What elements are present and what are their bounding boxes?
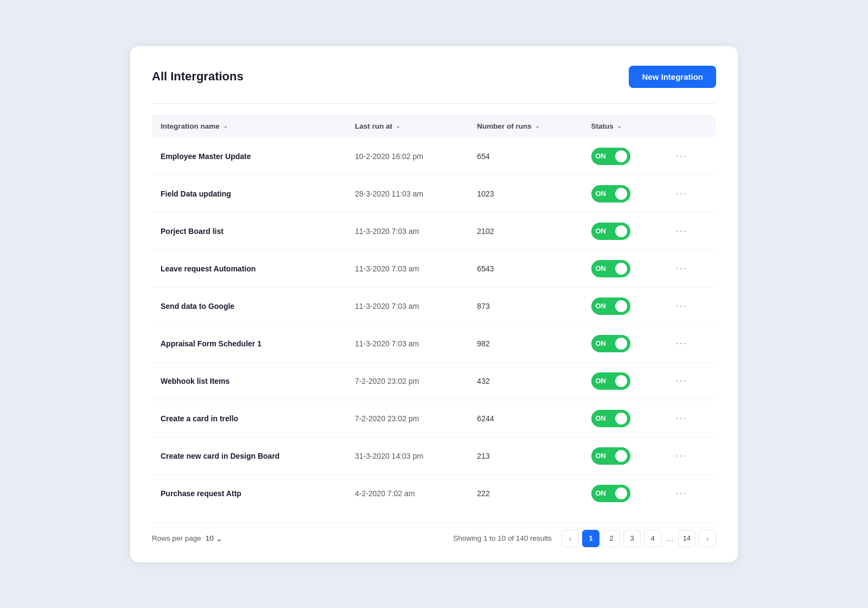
cell-status: ON: [583, 437, 663, 474]
more-options-button[interactable]: ···: [672, 148, 692, 164]
toggle-knob: [615, 263, 627, 275]
more-options-button[interactable]: ···: [672, 261, 692, 276]
toggle-label: ON: [596, 302, 607, 310]
cell-name: Webhook list Items: [152, 362, 346, 400]
more-options-button[interactable]: ···: [672, 373, 692, 389]
cell-more: ···: [663, 138, 716, 175]
col-num-runs: Number of runs ⌄: [468, 115, 582, 138]
col-name-chevron[interactable]: ⌄: [223, 123, 228, 130]
more-options-button[interactable]: ···: [672, 335, 692, 351]
last-run-value: 7-2-2020 23:02 pm: [355, 377, 419, 385]
more-options-button[interactable]: ···: [672, 223, 692, 239]
cell-more: ···: [663, 250, 716, 287]
cell-more: ···: [663, 474, 716, 512]
cell-name: Purchase request Attp: [152, 474, 346, 512]
integration-name: Webhook list Items: [161, 377, 229, 385]
col-last-run: Last run at ⌄: [346, 115, 468, 138]
more-options-button[interactable]: ···: [672, 186, 692, 201]
col-status-chevron[interactable]: ⌄: [617, 123, 622, 130]
integration-name: Field Data updating: [161, 189, 231, 198]
status-toggle[interactable]: ON: [591, 223, 630, 240]
status-toggle[interactable]: ON: [591, 148, 630, 165]
cell-last-run: 11-3-2020 7:03 am: [346, 212, 468, 250]
table-row: Employee Master Update 10-2-2020 16:02 p…: [152, 138, 716, 175]
status-toggle[interactable]: ON: [591, 335, 630, 352]
status-toggle[interactable]: ON: [591, 260, 630, 277]
cell-more: ···: [663, 325, 716, 362]
more-options-button[interactable]: ···: [672, 448, 692, 464]
toggle-knob: [615, 150, 627, 162]
pagination-info: Showing 1 to 10 of 140 results: [453, 534, 552, 542]
cell-num-runs: 654: [468, 138, 582, 175]
page-3-button[interactable]: 3: [623, 530, 641, 547]
cell-name: Appraisal Form Scheduler 1: [152, 325, 346, 362]
cell-status: ON: [583, 287, 663, 325]
table-row: Send data to Google 11-3-2020 7:03 am 87…: [152, 287, 716, 325]
more-options-button[interactable]: ···: [672, 298, 692, 314]
cell-name: Create a card in trello: [152, 400, 346, 437]
rows-per-page-chevron: ⌄: [216, 534, 222, 543]
cell-last-run: 11-3-2020 7:03 am: [346, 325, 468, 362]
last-run-value: 11-3-2020 7:03 am: [355, 227, 419, 236]
cell-last-run: 31-3-2020 14:03 pm: [346, 437, 468, 474]
page-1-button[interactable]: 1: [582, 530, 599, 547]
next-page-button[interactable]: ›: [699, 530, 716, 547]
pagination: Showing 1 to 10 of 140 results ‹ 1 2 3 4…: [453, 530, 716, 547]
col-last-run-chevron[interactable]: ⌄: [395, 123, 400, 130]
more-options-button[interactable]: ···: [672, 410, 692, 426]
cell-num-runs: 213: [468, 437, 582, 474]
num-runs-value: 982: [477, 339, 489, 348]
cell-more: ···: [663, 212, 716, 250]
num-runs-value: 213: [477, 452, 489, 460]
table-row: Field Data updating 28-3-2020 11:03 am 1…: [152, 175, 716, 212]
status-toggle[interactable]: ON: [591, 485, 630, 502]
toggle-label: ON: [596, 414, 607, 422]
main-card: All Intergrations New Integration Integr…: [130, 46, 738, 562]
toggle-label: ON: [596, 377, 607, 385]
table-row: Leave request Automation 11-3-2020 7:03 …: [152, 250, 716, 287]
table-row: Webhook list Items 7-2-2020 23:02 pm 432…: [152, 362, 716, 400]
toggle-label: ON: [596, 189, 607, 198]
status-toggle[interactable]: ON: [591, 297, 630, 315]
prev-page-button[interactable]: ‹: [561, 530, 579, 547]
num-runs-value: 6543: [477, 264, 494, 273]
status-toggle[interactable]: ON: [591, 185, 630, 202]
integration-name: Appraisal Form Scheduler 1: [161, 339, 261, 348]
cell-name: Porject Board list: [152, 212, 346, 250]
cell-status: ON: [583, 474, 663, 512]
num-runs-value: 1023: [477, 189, 494, 198]
cell-more: ···: [663, 362, 716, 400]
table-row: Create a card in trello 7-2-2020 23:02 p…: [152, 400, 716, 437]
rows-per-page-label: Rows per page: [152, 534, 201, 542]
status-toggle[interactable]: ON: [591, 372, 630, 390]
page-2-button[interactable]: 2: [603, 530, 620, 547]
integrations-table: Integration name ⌄ Last run at ⌄ Number …: [152, 115, 716, 512]
col-num-runs-chevron[interactable]: ⌄: [535, 123, 540, 130]
status-toggle[interactable]: ON: [591, 447, 630, 465]
integration-name: Employee Master Update: [161, 152, 251, 161]
cell-status: ON: [583, 362, 663, 400]
status-toggle[interactable]: ON: [591, 410, 630, 427]
cell-num-runs: 432: [468, 362, 582, 400]
cell-more: ···: [663, 287, 716, 325]
cell-more: ···: [663, 400, 716, 437]
new-integration-button[interactable]: New Integration: [629, 66, 716, 88]
toggle-knob: [615, 225, 627, 237]
num-runs-value: 222: [477, 489, 489, 498]
rows-per-page-select[interactable]: 10 ⌄: [206, 534, 222, 543]
last-run-value: 31-3-2020 14:03 pm: [355, 452, 423, 460]
integration-name: Send data to Google: [161, 302, 234, 311]
cell-name: Create new card in Design Board: [152, 437, 346, 474]
last-run-value: 11-3-2020 7:03 am: [355, 264, 419, 273]
cell-num-runs: 1023: [468, 175, 582, 212]
integration-name: Create new card in Design Board: [161, 452, 279, 460]
table-row: Porject Board list 11-3-2020 7:03 am 210…: [152, 212, 716, 250]
cell-last-run: 11-3-2020 7:03 am: [346, 250, 468, 287]
cell-name: Field Data updating: [152, 175, 346, 212]
page-4-button[interactable]: 4: [644, 530, 661, 547]
cell-status: ON: [583, 250, 663, 287]
integration-name: Leave request Automation: [161, 264, 256, 273]
page-14-button[interactable]: 14: [678, 530, 695, 547]
more-options-button[interactable]: ···: [672, 485, 692, 501]
cell-name: Employee Master Update: [152, 138, 346, 175]
